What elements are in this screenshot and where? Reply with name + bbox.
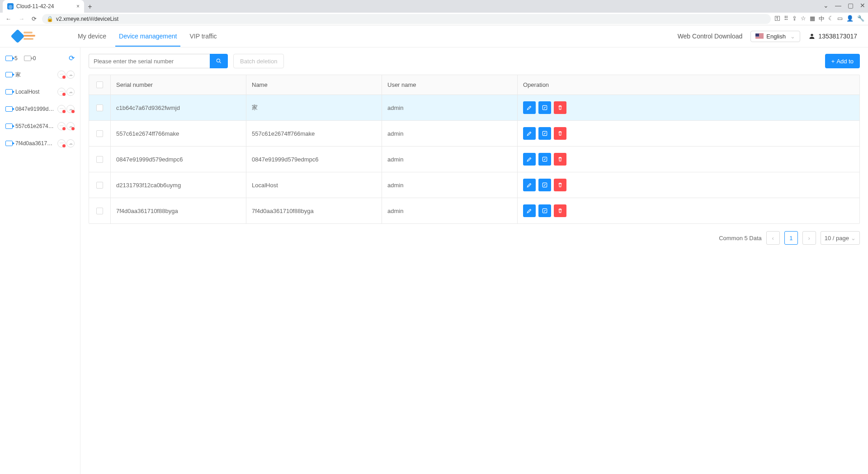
device-list-item[interactable]: LocalHost 〰 ☁	[0, 83, 80, 100]
main-content: Batch deletion + Add to Serial number Na…	[80, 47, 868, 474]
page-next-button[interactable]: ›	[802, 231, 816, 245]
edit-details-button[interactable]	[538, 127, 551, 140]
online-counter: 5	[5, 55, 18, 62]
table-row[interactable]: c1b64c7a67d9362fwmjd 家 admin	[89, 95, 859, 121]
chevron-down-icon: ⌄	[790, 33, 795, 40]
pencil-icon	[526, 208, 533, 214]
trash-icon	[557, 104, 563, 111]
table-row[interactable]: 557c61e2674ff766make 557c61e2674ff766mak…	[89, 121, 859, 147]
window-close-icon[interactable]: ✕	[860, 2, 865, 9]
ext-icon-6[interactable]: 🔧	[857, 15, 864, 23]
cloud-status-icon: ☁	[66, 139, 75, 147]
delete-button[interactable]	[554, 101, 566, 114]
ext-icon-3[interactable]: ☾	[828, 15, 834, 23]
user-menu[interactable]: 13538173017	[808, 33, 857, 40]
ext-icon-5[interactable]: 👤	[846, 15, 854, 23]
key-icon[interactable]: ⚿	[774, 15, 780, 23]
row-checkbox[interactable]	[96, 130, 103, 137]
tab-close-icon[interactable]: ×	[76, 3, 80, 9]
edit-square-icon	[542, 182, 548, 188]
cloud-status-icon: ☁	[66, 122, 75, 130]
device-list-item[interactable]: 0847e91999d5... 〰 ☁	[0, 100, 80, 118]
edit-square-icon	[542, 156, 548, 162]
nav-device-management[interactable]: Device management	[119, 26, 177, 46]
translate-icon[interactable]: ⠿	[784, 15, 788, 23]
add-to-button[interactable]: + Add to	[825, 54, 860, 68]
device-list-item[interactable]: 7f4d0aa361710... 〰 ☁	[0, 135, 80, 152]
select-all-checkbox[interactable]	[96, 81, 103, 88]
device-list-item[interactable]: 557c61e2674ff... 〰 ☁	[0, 118, 80, 135]
th-serial: Serial number	[111, 75, 246, 95]
star-icon[interactable]: ☆	[801, 15, 806, 23]
trash-icon	[557, 208, 563, 214]
device-list-item[interactable]: 家 〰 ☁	[0, 66, 80, 83]
refresh-icon[interactable]: ⟳	[69, 54, 75, 62]
search-input[interactable]	[89, 54, 210, 68]
new-tab-button[interactable]: +	[84, 1, 96, 13]
address-bar[interactable]: 🔒 v2.xmeye.net/#/deviceList	[42, 14, 771, 24]
edit-details-button[interactable]	[538, 101, 551, 114]
window-maximize-icon[interactable]: ▢	[848, 2, 854, 9]
ext-icon-2[interactable]: 中	[819, 15, 825, 23]
edit-details-button[interactable]	[538, 179, 551, 191]
edit-details-button[interactable]	[538, 204, 551, 217]
edit-button[interactable]	[523, 204, 536, 217]
batch-delete-button[interactable]: Batch deletion	[233, 54, 284, 68]
cloud-status-icon: ☁	[66, 88, 75, 96]
cell-serial: c1b64c7a67d9362fwmjd	[111, 95, 246, 120]
url-text: v2.xmeye.net/#/deviceList	[56, 16, 118, 22]
cell-user: admin	[382, 198, 518, 223]
nav-reload-icon[interactable]: ⟳	[30, 14, 38, 23]
cell-user: admin	[382, 172, 518, 198]
row-checkbox[interactable]	[96, 156, 103, 163]
table-row[interactable]: d2131793f12ca0b6uymg LocalHost admin	[89, 172, 859, 198]
edit-button[interactable]	[523, 179, 536, 191]
row-checkbox[interactable]	[96, 208, 103, 214]
cell-name: LocalHost	[246, 172, 382, 198]
nav-menu: My device Device management VIP traffic	[78, 26, 217, 46]
camera-icon	[5, 141, 13, 146]
ext-icon-4[interactable]: ▭	[837, 15, 843, 23]
cell-name: 家	[246, 95, 382, 120]
ext-icon-1[interactable]: ▦	[810, 15, 815, 23]
delete-button[interactable]	[554, 179, 566, 191]
page-size-select[interactable]: 10 / page ⌄	[821, 231, 860, 245]
share-icon[interactable]: ⇪	[792, 15, 797, 23]
edit-button[interactable]	[523, 127, 536, 140]
chevron-down-icon[interactable]: ⌄	[823, 2, 829, 9]
page-prev-button[interactable]: ‹	[766, 231, 780, 245]
username-label: 13538173017	[818, 33, 857, 40]
row-checkbox[interactable]	[96, 182, 103, 189]
nav-my-device[interactable]: My device	[78, 26, 106, 46]
pagination-summary: Common 5 Data	[719, 235, 762, 242]
table-row[interactable]: 7f4d0aa361710f88byga 7f4d0aa361710f88byg…	[89, 198, 859, 223]
edit-button[interactable]	[523, 101, 536, 114]
edit-square-icon	[542, 208, 548, 214]
edit-button[interactable]	[523, 153, 536, 166]
language-select[interactable]: English ⌄	[750, 31, 800, 42]
window-minimize-icon[interactable]: —	[835, 2, 841, 9]
delete-button[interactable]	[554, 127, 566, 140]
pencil-icon	[526, 130, 533, 137]
app-logo[interactable]	[11, 30, 37, 43]
signal-status-icon: 〰	[57, 88, 66, 96]
nav-forward-icon[interactable]: →	[17, 14, 26, 23]
offline-counter: 0	[24, 55, 36, 62]
nav-back-icon[interactable]: ←	[4, 14, 13, 23]
search-button[interactable]	[210, 54, 228, 68]
table-row[interactable]: 0847e91999d579edmpc6 0847e91999d579edmpc…	[89, 147, 859, 172]
web-control-download-link[interactable]: Web Control Download	[678, 33, 743, 40]
pagination: Common 5 Data ‹ 1 › 10 / page ⌄	[89, 231, 860, 245]
tab-favicon: ◎	[7, 3, 14, 9]
page-number-button[interactable]: 1	[784, 231, 798, 245]
nav-vip-traffic[interactable]: VIP traffic	[189, 26, 217, 46]
delete-button[interactable]	[554, 153, 566, 166]
signal-status-icon: 〰	[57, 71, 66, 79]
language-label: English	[766, 33, 786, 40]
browser-tab[interactable]: ◎ Cloud-11-42-24 ×	[3, 0, 84, 13]
delete-button[interactable]	[554, 204, 566, 217]
row-checkbox[interactable]	[96, 104, 103, 111]
cell-serial: 557c61e2674ff766make	[111, 121, 246, 146]
edit-details-button[interactable]	[538, 153, 551, 166]
trash-icon	[557, 156, 563, 162]
